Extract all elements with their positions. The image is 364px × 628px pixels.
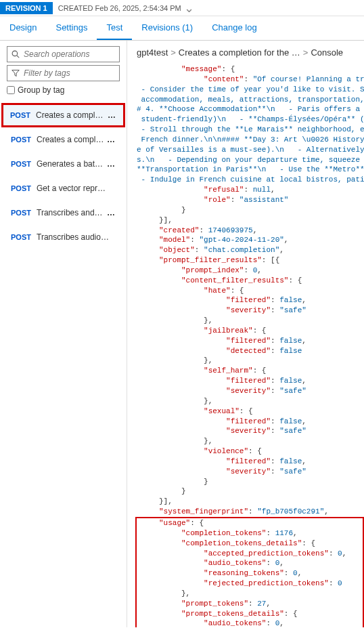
group-by-tag-row[interactable]: Group by tag [7,85,120,95]
more-icon[interactable]: … [108,110,116,120]
revision-badge: REVISION 1 [0,2,53,14]
http-method-badge: POST [11,233,37,241]
operation-name: Creates a comple… [37,135,104,144]
breadcrumb-item[interactable]: gpt4test [137,47,168,58]
operations-sidebar: Group by tag POST Creates a comple… … PO… [0,41,127,627]
http-method-badge: POST [11,135,37,144]
more-icon[interactable]: … [107,135,116,144]
breadcrumb-item[interactable]: Creates a completion for the … [179,47,300,58]
http-method-badge: POST [11,184,37,192]
json-response-viewer: "message": { "content": "Of course! Plan… [137,64,364,627]
http-method-badge: POST [10,111,36,119]
search-icon [12,50,20,58]
revision-bar: REVISION 1 CREATED Feb 26, 2025, 2:54:34… [0,0,364,16]
breadcrumb-item: Console [311,47,343,58]
operation-item[interactable]: POST Creates a comple… … [1,103,125,127]
http-method-badge: POST [11,209,37,217]
http-method-badge: POST [11,160,37,168]
operation-name: Transcribes audio… [37,232,116,242]
filter-icon [12,69,20,77]
search-operations-input[interactable] [24,49,115,59]
breadcrumb: gpt4test>Creates a completion for the …>… [137,47,364,58]
operation-item[interactable]: POST Transcribes and t… … [7,201,120,225]
group-by-tag-checkbox[interactable] [7,86,15,94]
filter-tags-input[interactable] [24,68,115,78]
svg-marker-2 [12,70,20,77]
operation-name: Transcribes and t… [37,208,104,217]
operation-item[interactable]: POST Transcribes audio… [7,225,120,249]
filter-tags-row[interactable] [7,65,120,81]
operation-item[interactable]: POST Generates a batc… … [7,152,120,176]
operation-item[interactable]: POST Creates a comple… … [7,127,120,152]
search-operations-row[interactable] [7,46,120,62]
operation-name: Get a vector repr… [37,184,116,193]
tab-bar: Design Settings Test Revisions (1) Chang… [0,16,364,41]
more-icon[interactable]: … [107,208,116,217]
content-pane: gpt4test>Creates a completion for the …>… [127,41,364,627]
tab-changelog[interactable]: Change log [202,16,267,40]
tab-settings[interactable]: Settings [46,16,97,40]
more-icon[interactable]: … [107,159,116,169]
operation-name: Generates a batc… [37,159,104,169]
group-by-tag-label: Group by tag [18,85,64,95]
tab-test[interactable]: Test [97,16,132,40]
operation-item[interactable]: POST Get a vector repr… [7,176,120,201]
usage-highlight-box: "usage": { "completion_tokens": 1176, "c… [135,517,364,627]
svg-point-0 [12,51,18,56]
revision-created-label: CREATED Feb 26, 2025, 2:54:34 PM [53,4,187,12]
chevron-down-icon[interactable]: ⌄ [184,1,194,16]
operation-name: Creates a comple… [36,110,105,120]
svg-line-1 [17,56,19,58]
tab-design[interactable]: Design [0,16,46,40]
tab-revisions[interactable]: Revisions (1) [132,16,202,40]
